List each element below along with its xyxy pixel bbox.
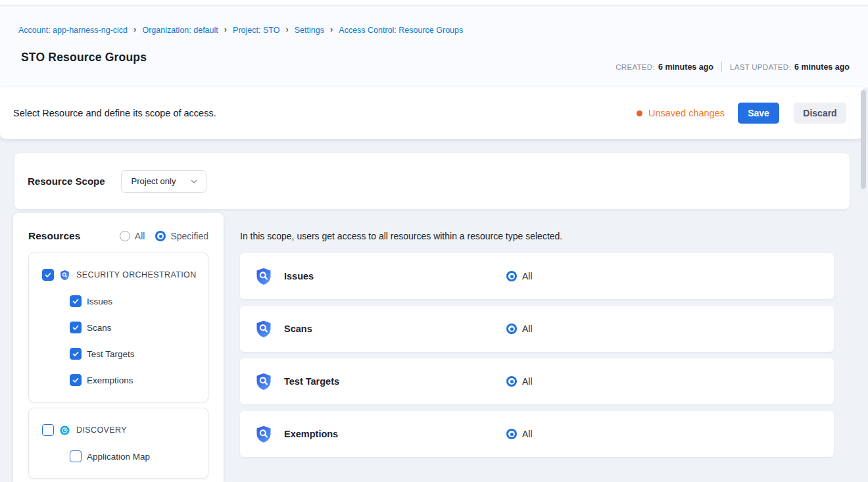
resource-item-issues: Issues — [70, 295, 208, 307]
sto-shield-icon — [59, 270, 70, 281]
scans-checkbox[interactable] — [70, 322, 82, 333]
access-radio-group: All — [506, 429, 533, 439]
check-icon — [72, 376, 80, 384]
unsaved-changes-label: Unsaved changes — [648, 108, 725, 118]
resource-item-application-map: Application Map — [70, 450, 208, 462]
scrollbar-thumb[interactable] — [861, 90, 866, 189]
group-header-row: SECURITY ORCHESTRATION — [42, 269, 208, 281]
resource-item-exemptions: Exemptions — [70, 374, 208, 386]
all-radio-label: All — [522, 429, 533, 439]
discard-button[interactable]: Discard — [794, 103, 846, 124]
created-value: 6 minutes ago — [658, 62, 713, 72]
discovery-icon — [59, 425, 70, 436]
breadcrumb-separator: › — [133, 24, 136, 34]
access-radio-group: All — [506, 271, 533, 281]
all-radio-icon[interactable] — [506, 429, 517, 439]
chevron-down-icon — [190, 178, 198, 185]
breadcrumb-account[interactable]: Account: app-harness-ng-cicd — [18, 26, 128, 35]
resources-mode-radio-group: All Specified — [120, 231, 208, 241]
breadcrumb-project[interactable]: Project: STO — [233, 26, 279, 35]
resource-row-label: Scans — [284, 324, 312, 334]
sto-shield-icon — [254, 267, 273, 285]
test-targets-checkbox[interactable] — [70, 348, 82, 360]
breadcrumb-access-control[interactable]: Access Control: Resource Groups — [339, 26, 463, 35]
check-icon — [72, 350, 80, 358]
sto-shield-icon — [254, 425, 273, 443]
last-updated-value: 6 minutes ago — [794, 62, 850, 72]
resources-panel: Resources All Specified SECURITY ORCHEST… — [13, 213, 224, 482]
resource-item-test-targets: Test Targets — [70, 348, 208, 360]
page-title: STO Resource Groups — [21, 51, 147, 64]
sto-shield-icon — [254, 372, 273, 391]
security-orchestration-checkbox[interactable] — [42, 269, 54, 281]
group-name-label: DISCOVERY — [76, 425, 127, 435]
access-radio-group: All — [506, 376, 533, 387]
last-updated-meta: LAST UPDATED:6 minutes ago — [730, 62, 850, 72]
resource-item-label: Scans — [87, 323, 112, 333]
resources-title: Resources — [28, 230, 80, 242]
resource-group-discovery: DISCOVERY Application Map — [28, 408, 208, 479]
issues-checkbox[interactable] — [70, 295, 82, 307]
application-map-checkbox[interactable] — [70, 450, 82, 462]
group-header-row: DISCOVERY — [42, 424, 208, 436]
last-updated-label: LAST UPDATED: — [730, 63, 791, 71]
breadcrumb-separator: › — [330, 24, 333, 34]
resource-item-scans: Scans — [70, 322, 208, 333]
group-name-label: SECURITY ORCHESTRATION — [76, 270, 197, 279]
action-toolbar: Select Resource and define its scope of … — [0, 87, 863, 139]
check-icon — [72, 324, 80, 331]
check-icon — [72, 297, 80, 305]
all-radio-label: All — [522, 324, 533, 334]
header-meta: CREATED:6 minutes ago LAST UPDATED:6 min… — [615, 62, 850, 72]
page-header: Account: app-harness-ng-cicd › Organizat… — [0, 7, 868, 87]
resources-panel-header: Resources All Specified — [28, 230, 208, 242]
sto-shield-icon — [254, 320, 273, 338]
resource-item-label: Exemptions — [87, 375, 133, 385]
check-icon — [44, 271, 52, 279]
toolbar-actions: Unsaved changes Save Discard — [637, 103, 846, 124]
resource-scope-label: Resource Scope — [28, 176, 105, 187]
save-button[interactable]: Save — [738, 103, 779, 124]
vertical-scrollbar[interactable] — [859, 87, 868, 482]
toolbar-description: Select Resource and define its scope of … — [13, 108, 216, 118]
resource-row-exemptions: Exemptions All — [240, 411, 834, 457]
created-label: CREATED: — [615, 63, 655, 71]
breadcrumb-organization[interactable]: Organization: default — [142, 26, 218, 35]
breadcrumb-separator: › — [224, 24, 227, 34]
resource-row-label: Exemptions — [284, 429, 338, 439]
radio-option-specified[interactable]: Specified — [155, 231, 208, 241]
resource-row-scans: Scans All — [240, 306, 834, 352]
top-strip — [0, 0, 868, 6]
resource-group-security-orchestration: SECURITY ORCHESTRATION Issues Scans Test… — [28, 253, 208, 402]
resource-scope-selected-value: Project only — [132, 176, 190, 186]
discovery-checkbox[interactable] — [42, 424, 54, 436]
all-radio-icon[interactable] — [506, 271, 517, 281]
all-radio-icon[interactable] — [506, 376, 517, 387]
resource-item-label: Application Map — [87, 452, 150, 462]
exemptions-checkbox[interactable] — [70, 374, 82, 386]
resource-row-label: Test Targets — [284, 376, 339, 387]
radio-specified-label: Specified — [170, 231, 208, 241]
unsaved-changes-dot-icon — [637, 110, 642, 116]
resource-scope-dropdown[interactable]: Project only — [121, 170, 206, 193]
resource-item-label: Issues — [87, 297, 112, 306]
radio-all-icon[interactable] — [120, 231, 130, 241]
created-meta: CREATED:6 minutes ago — [615, 62, 713, 72]
radio-specified-icon[interactable] — [155, 231, 166, 241]
resource-item-label: Test Targets — [87, 349, 135, 359]
scope-info-text: In this scope, users get access to all r… — [240, 231, 562, 241]
resource-row-issues: Issues All — [240, 253, 834, 299]
breadcrumb-settings[interactable]: Settings — [295, 26, 324, 35]
resource-scope-card: Resource Scope Project only — [14, 153, 850, 209]
access-radio-group: All — [506, 324, 533, 334]
all-radio-label: All — [522, 376, 533, 387]
radio-all-label: All — [135, 231, 145, 241]
radio-option-all[interactable]: All — [120, 231, 145, 241]
breadcrumb-separator: › — [285, 24, 288, 34]
breadcrumb: Account: app-harness-ng-cicd › Organizat… — [18, 25, 463, 35]
all-radio-icon[interactable] — [506, 324, 517, 334]
all-radio-label: All — [522, 271, 533, 281]
resource-row-test-targets: Test Targets All — [240, 358, 834, 404]
meta-divider — [721, 62, 722, 72]
resource-row-label: Issues — [284, 271, 314, 281]
